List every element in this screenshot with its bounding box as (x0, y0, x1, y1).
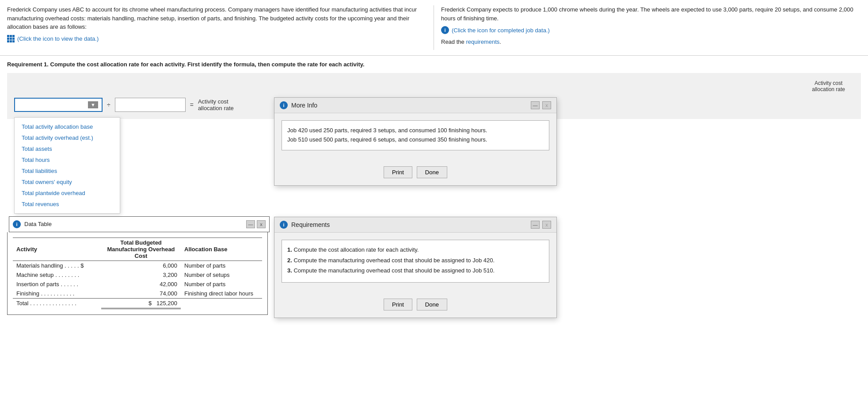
requirement-title: Requirement 1. Compute the cost allocati… (7, 61, 861, 68)
dropdown-menu: Total activity allocation base Total act… (14, 117, 120, 214)
equals-symbol: = (190, 101, 194, 108)
info-icon-right[interactable]: i (441, 26, 449, 34)
budget-table: Activity Total Budgeted Manufacturing Ov… (13, 238, 262, 309)
row-overhead-1: 3,200 (101, 270, 181, 280)
req-item-1: 2. Compute the manufacturing overhead co… (287, 256, 544, 265)
more-info-header: i More Info — x (274, 98, 556, 113)
row-allocation-0: Number of parts (181, 261, 262, 270)
row-activity-2: Insertion of parts . . . . . . (13, 280, 101, 289)
row-allocation-3: Finishing direct labor hours (181, 289, 262, 299)
requirements-link[interactable]: requirements (466, 38, 499, 45)
row-allocation-1: Number of setups (181, 270, 262, 280)
dropdown-arrow[interactable]: ▼ (88, 101, 98, 108)
more-info-minimize[interactable]: — (531, 101, 540, 109)
formula-header-text: Activity cost allocation rate (812, 80, 845, 92)
requirements-icon: i (280, 221, 288, 229)
requirements-minimize[interactable]: — (531, 221, 540, 229)
more-info-icon: i (280, 101, 288, 109)
total-amount: $ 125,200 (101, 298, 181, 308)
divide-symbol: ÷ (107, 101, 110, 108)
requirements-close[interactable]: x (542, 221, 551, 229)
row-activity-1: Machine setup . . . . . . . . (13, 270, 101, 280)
requirements-list: 1. Compute the cost allocation rate for … (287, 245, 544, 275)
requirements-footer: Print Done (274, 295, 556, 318)
view-data-link[interactable]: (Click the icon to view the data.) (17, 35, 99, 42)
read-requirements-text: Read the requirements. (441, 38, 861, 46)
data-table-info-icon[interactable]: i (13, 220, 21, 228)
more-info-footer: Print Done (274, 163, 556, 185)
dropdown-item-7[interactable]: Total revenues (15, 199, 120, 210)
row-allocation-2: Number of parts (181, 280, 262, 289)
data-table-close[interactable]: x (257, 220, 266, 228)
req-item-0: 1. Compute the cost allocation rate for … (287, 245, 544, 254)
requirements-content: 1. Compute the cost allocation rate for … (274, 233, 556, 295)
right-description: Frederick Company expects to produce 1,0… (441, 5, 861, 23)
left-description: Frederick Company uses ABC to account fo… (7, 5, 426, 31)
more-info-print-button[interactable]: Print (384, 166, 412, 178)
dropdown-item-5[interactable]: Total owners' equity (15, 176, 120, 188)
requirements-print-button[interactable]: Print (384, 299, 412, 310)
more-info-close[interactable]: x (542, 101, 551, 109)
row-overhead-3: 74,000 (101, 289, 181, 299)
more-info-title: More Info (291, 102, 317, 109)
requirements-title: Requirements (291, 221, 330, 228)
total-label: Total . . . . . . . . . . . . . . . (13, 298, 101, 308)
row-overhead-2: 42,000 (101, 280, 181, 289)
more-info-line2: Job 510 used 500 parts, required 6 setup… (287, 135, 544, 145)
formula-result-label: Activity cost allocation rate (198, 98, 234, 111)
requirements-header: i Requirements — x (274, 217, 556, 233)
more-info-modal: i More Info — x Job 420 used 250 parts, … (274, 97, 557, 186)
table-row: Machine setup . . . . . . . . 3,200 Numb… (13, 270, 262, 280)
dropdown-item-3[interactable]: Total hours (15, 154, 120, 165)
dropdown-item-1[interactable]: Total activity overhead (est.) (15, 132, 120, 143)
col-activity: Activity (13, 238, 101, 261)
table-row: Insertion of parts . . . . . . 42,000 Nu… (13, 280, 262, 289)
dropdown-item-4[interactable]: Total liabilities (15, 165, 120, 176)
dropdown-item-6[interactable]: Total plantwide overhead (15, 188, 120, 199)
row-activity-0: Materials handling . . . . . $ (13, 261, 101, 270)
dropdown-item-0[interactable]: Total activity allocation base (15, 121, 120, 132)
grid-icon[interactable] (7, 35, 15, 42)
table-row: Finishing . . . . . . . . . . . 74,000 F… (13, 289, 262, 299)
requirements-done-button[interactable]: Done (417, 299, 447, 310)
formula-input[interactable] (115, 98, 186, 112)
row-activity-3: Finishing . . . . . . . . . . . (13, 289, 101, 299)
table-row: Materials handling . . . . . $ 6,000 Num… (13, 261, 262, 270)
more-info-line1: Job 420 used 250 parts, required 3 setup… (287, 126, 544, 135)
req-item-2: 3. Compute the manufacturing overhead co… (287, 266, 544, 275)
requirements-text-box: 1. Compute the cost allocation rate for … (282, 240, 549, 283)
col-overhead: Total Budgeted Manufacturing Overhead Co… (101, 238, 181, 261)
requirements-modal: i Requirements — x 1. Compute the cost a… (274, 217, 557, 318)
more-info-content: Job 420 used 250 parts, required 3 setup… (274, 113, 556, 163)
dropdown-item-2[interactable]: Total assets (15, 143, 120, 154)
job-data-link[interactable]: (Click the icon for completed job data.) (452, 27, 550, 34)
row-overhead-0: 6,000 (101, 261, 181, 270)
more-info-text-box: Job 420 used 250 parts, required 3 setup… (282, 120, 549, 150)
table-total-row: Total . . . . . . . . . . . . . . . $ 12… (13, 298, 262, 308)
formula-dropdown[interactable]: ▼ (14, 98, 103, 112)
data-table-minimize[interactable]: — (246, 220, 255, 228)
more-info-done-button[interactable]: Done (417, 166, 447, 178)
data-table-label: Data Table (24, 221, 52, 227)
col-allocation: Allocation Base (181, 238, 262, 261)
